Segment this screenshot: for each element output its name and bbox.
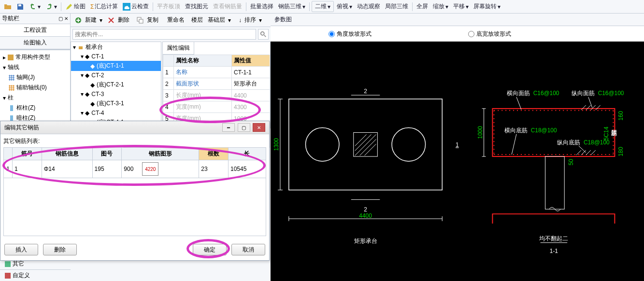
diagram-canvas: 参数图 角度放坡形式 底宽放坡形式 2 2 4400 1300 1 (271, 14, 644, 281)
draw-button[interactable]: 绘图 (63, 1, 87, 12)
redo-icon[interactable]: ▾ (43, 2, 59, 12)
cloud-check-button[interactable]: 云检查 (121, 1, 151, 12)
tree-aux-axis[interactable]: 辅助轴线(0) (0, 83, 70, 93)
cancel-button[interactable]: 取消 (231, 244, 265, 255)
ok-button[interactable]: 确定 (193, 244, 227, 255)
flat-top-button[interactable]: 平齐板顶 (155, 1, 182, 12)
property-tab[interactable]: 属性编辑 (163, 42, 194, 55)
svg-line-41 (581, 150, 586, 155)
delete-row-button[interactable]: 删除 (43, 244, 77, 255)
table-row[interactable]: 1 1 Φ14 195 9004220 23 10545 (4, 160, 266, 178)
main-toolbar: ▾ ▾ 绘图 Σ汇总计算 云检查 平齐板顶 查找图元 查看钢筋量 批量选择 钢筋… (0, 0, 644, 14)
sort-button[interactable]: ↓排序▾ (237, 14, 264, 26)
summary-button[interactable]: Σ汇总计算 (88, 1, 120, 12)
svg-rect-6 (5, 261, 11, 267)
save-icon[interactable] (14, 2, 26, 12)
table-empty-row[interactable] (4, 178, 266, 236)
component-instance-tree: ▾桩承台 ▾ ◆CT-1 ◆ (底)CT-1-1 ▾ ◆CT-2 ◆ (底)CT… (71, 42, 161, 128)
new-button[interactable]: 新建▾ (72, 14, 104, 26)
cat-custom[interactable]: 自定义 (0, 269, 71, 281)
svg-text:1300: 1300 (273, 138, 280, 151)
svg-text:横向面筋: 横向面筋 (507, 90, 530, 97)
svg-rect-10 (139, 19, 143, 23)
svg-text:50: 50 (568, 159, 574, 166)
tree-frame-col[interactable]: 框柱(Z) (0, 103, 70, 113)
search-button[interactable] (258, 29, 269, 40)
svg-line-64 (512, 134, 516, 155)
svg-text:C18@100: C18@100 (584, 139, 610, 146)
svg-line-37 (586, 105, 591, 110)
svg-text:4400: 4400 (359, 212, 372, 219)
property-row[interactable]: 3长度(mm)4400 (163, 90, 270, 101)
svg-line-43 (591, 150, 596, 155)
tree-ct1[interactable]: ▾ ◆CT-1 (71, 52, 161, 61)
tab-project-settings[interactable]: 工程设置 (0, 24, 70, 37)
tree-axis[interactable]: ▾轴线 (0, 62, 70, 72)
minimize-button[interactable]: ━ (222, 123, 235, 132)
property-row[interactable]: 1名称CT-1-1 (163, 67, 270, 78)
tree-common[interactable]: ▸常用构件类型 (0, 52, 70, 62)
tree-ct4[interactable]: ▾ ◆CT-4 (71, 109, 161, 117)
nav-controls[interactable]: ▢ ✕ (58, 16, 68, 21)
canvas-title: 参数图 (271, 14, 644, 26)
tree-ct2[interactable]: ▾ ◆CT-2 (71, 71, 161, 80)
rebar-table: 筋号 钢筋信息 图号 钢筋图形 根数 长 1 1 Φ14 195 9004220… (3, 147, 266, 236)
fullscreen-button[interactable]: 全屏 (415, 1, 430, 12)
tree-ct1-bottom[interactable]: ◆ (底)CT-1-1 (71, 61, 161, 71)
property-row[interactable]: 4宽度(mm)4300 (163, 101, 270, 113)
zoom-button[interactable]: 缩放▾ (431, 1, 450, 12)
svg-text:横向底筋: 横向底筋 (504, 127, 528, 134)
radio-angle-slope[interactable]: 角度放坡形式 (329, 30, 372, 38)
svg-line-36 (581, 105, 586, 110)
search-input[interactable] (72, 29, 256, 40)
tree-ct3[interactable]: ▾ ◆CT-3 (71, 90, 161, 98)
svg-rect-16 (354, 132, 378, 156)
close-button[interactable]: ✕ (253, 123, 265, 132)
tab-draw-input[interactable]: 绘图输入 (0, 37, 70, 49)
maximize-button[interactable]: ▢ (238, 123, 250, 132)
copy-button[interactable]: 复制 (134, 14, 162, 26)
svg-line-58 (516, 97, 521, 110)
svg-text:160: 160 (617, 111, 624, 120)
svg-text:1-1: 1-1 (550, 248, 558, 254)
delete-button[interactable]: 删除 (105, 14, 133, 26)
undo-icon[interactable]: ▾ (27, 2, 43, 12)
dynamic-view-button[interactable]: 动态观察 (355, 1, 382, 12)
svg-text:2: 2 (364, 206, 367, 213)
svg-text:C16@100: C16@100 (598, 90, 624, 97)
tree-ct2-bottom[interactable]: ◆ (底)CT-2-1 (71, 80, 161, 90)
steel-3d-button[interactable]: 钢筋三维▾ (276, 1, 307, 12)
insert-button[interactable]: 插入 (4, 244, 38, 255)
tree-column[interactable]: ▾柱 (0, 93, 70, 103)
pan-button[interactable]: 平移▾ (451, 1, 471, 12)
svg-text:1000: 1000 (477, 126, 484, 139)
svg-rect-7 (5, 273, 11, 279)
radio-width-slope[interactable]: 底宽放坡形式 (468, 30, 511, 38)
svg-text:C16@100: C16@100 (533, 90, 559, 97)
tree-axis-grid[interactable]: 轴网(J) (0, 72, 70, 83)
batch-select-button[interactable]: 批量选择 (248, 1, 275, 12)
property-row[interactable]: 2截面形状矩形承台 (163, 78, 270, 90)
list-label: 其它钢筋列表: (3, 137, 266, 145)
rotate-button[interactable]: 屏幕旋转▾ (472, 1, 502, 12)
tree-ct3-bottom[interactable]: ◆ (底)CT-3-1 (71, 98, 161, 109)
open-icon[interactable] (2, 2, 14, 12)
tree-pile-cap[interactable]: ▾桩承台 (71, 42, 161, 52)
view-steel-button[interactable]: 查看钢筋量 (211, 1, 244, 12)
svg-rect-12 (79, 46, 83, 49)
local-3d-button[interactable]: 局部三维 (383, 1, 410, 12)
view-2d-dropdown[interactable]: 二维 ▾ (312, 1, 334, 12)
svg-rect-13 (289, 99, 442, 190)
svg-rect-0 (18, 4, 21, 6)
rename-button[interactable]: 重命名 (163, 14, 188, 26)
svg-line-39 (596, 105, 601, 110)
property-panel: 属性编辑 属性名称属性值 1名称CT-1-12截面形状矩形承台3长度(mm)44… (162, 42, 271, 128)
svg-point-15 (392, 128, 425, 161)
floor-select[interactable]: 基础层 (206, 15, 227, 25)
svg-text:1: 1 (456, 141, 459, 148)
edit-other-rebar-dialog: 编辑其它钢筋 ━ ▢ ✕ 其它钢筋列表: 筋号 钢筋信息 图号 钢筋图形 根数 … (0, 121, 270, 261)
top-view-button[interactable]: 俯视▾ (335, 1, 354, 12)
find-element-button[interactable]: 查找图元 (183, 1, 210, 12)
svg-text:5C14: 5C14 (603, 126, 610, 140)
svg-point-14 (306, 128, 339, 161)
